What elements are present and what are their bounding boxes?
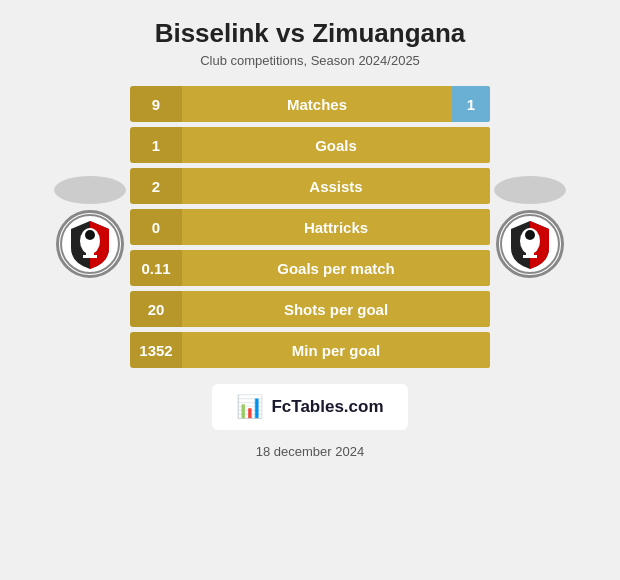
svg-rect-8 <box>523 255 537 258</box>
svg-point-9 <box>525 230 535 240</box>
stat-left-value: 0 <box>130 219 182 236</box>
right-badge-circle <box>496 210 564 278</box>
stat-right-value: 1 <box>452 86 490 122</box>
main-content: 9Matches11Goals2Assists0Hattricks0.11Goa… <box>10 86 610 368</box>
stat-label: Goals <box>182 127 490 163</box>
stat-label: Shots per goal <box>182 291 490 327</box>
stat-label: Assists <box>182 168 490 204</box>
page-subtitle: Club competitions, Season 2024/2025 <box>200 53 420 68</box>
stat-row: 2Assists <box>130 168 490 204</box>
stat-row: 0.11Goals per match <box>130 250 490 286</box>
page-wrapper: Bisselink vs Zimuangana Club competition… <box>0 0 620 580</box>
svg-point-4 <box>85 230 95 240</box>
svg-rect-3 <box>83 255 97 258</box>
stat-left-value: 2 <box>130 178 182 195</box>
logo-area: 📊 FcTables.com <box>212 384 407 430</box>
stat-left-value: 0.11 <box>130 260 182 277</box>
stat-label: Goals per match <box>182 250 490 286</box>
stat-label: Min per goal <box>182 332 490 368</box>
stat-row: 20Shots per goal <box>130 291 490 327</box>
stat-label: Matches <box>182 86 452 122</box>
right-team-badge <box>490 176 570 278</box>
right-ellipse <box>494 176 566 204</box>
logo-text: FcTables.com <box>271 397 383 417</box>
left-ellipse <box>54 176 126 204</box>
stat-left-value: 20 <box>130 301 182 318</box>
stat-label: Hattricks <box>182 209 490 245</box>
stat-left-value: 1352 <box>130 342 182 359</box>
stat-left-value: 1 <box>130 137 182 154</box>
page-title: Bisselink vs Zimuangana <box>155 18 466 49</box>
stat-row: 0Hattricks <box>130 209 490 245</box>
stat-row: 1Goals <box>130 127 490 163</box>
stat-left-value: 9 <box>130 96 182 113</box>
left-team-badge <box>50 176 130 278</box>
left-badge-circle <box>56 210 124 278</box>
stats-container: 9Matches11Goals2Assists0Hattricks0.11Goa… <box>130 86 490 368</box>
footer-date: 18 december 2024 <box>256 444 364 459</box>
stat-row: 1352Min per goal <box>130 332 490 368</box>
logo-icon: 📊 <box>236 394 263 420</box>
stat-row: 9Matches1 <box>130 86 490 122</box>
